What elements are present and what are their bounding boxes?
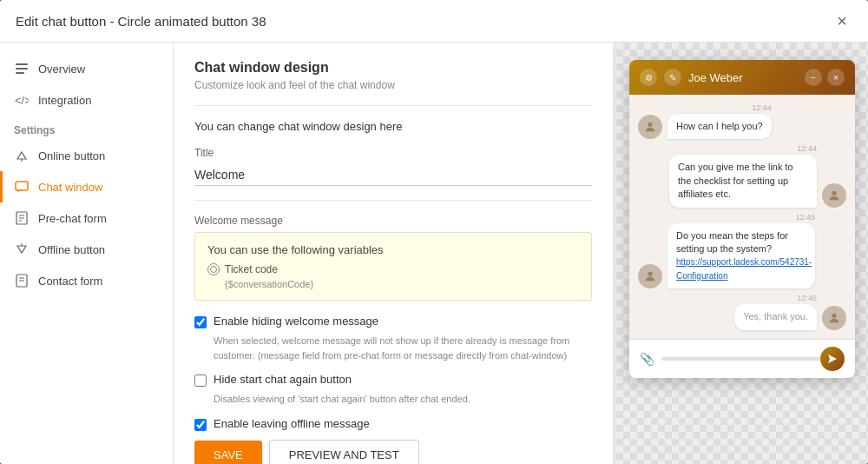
agent-avatar-1 xyxy=(638,115,662,139)
enable-hiding-label: Enable hiding welcome message xyxy=(214,315,378,328)
enable-offline-label: Enable leaving offline message xyxy=(214,417,370,430)
hide-start-checkbox[interactable] xyxy=(194,375,207,387)
divider-2 xyxy=(194,200,592,201)
sidebar-item-online-button[interactable]: Online button xyxy=(0,140,173,171)
message-3-wrap: 12:45 Do you mean the steps for setting … xyxy=(667,213,815,289)
contact-form-icon xyxy=(14,273,30,288)
pencil-icon[interactable]: ✎ xyxy=(664,69,681,86)
enable-hiding-row: Enable hiding welcome message xyxy=(194,315,592,328)
svg-rect-1 xyxy=(16,68,28,70)
variable-code: {$conversationCode} xyxy=(225,279,579,289)
message-2-bubble: Can you give me the link to the checklis… xyxy=(669,155,817,207)
preview-panel: ⚙ ✎ Joe Weber − × xyxy=(616,43,868,464)
sidebar-label-online-button: Online button xyxy=(38,149,105,162)
section-subtitle: Customize look and feel of the chat wind… xyxy=(194,79,592,91)
pre-chat-form-icon xyxy=(14,210,30,226)
enable-offline-row: Enable leaving offline message xyxy=(194,417,592,431)
title-label: Title xyxy=(194,147,592,159)
hide-start-desc: Disables viewing of 'start chat again' b… xyxy=(214,392,592,407)
sidebar-item-overview[interactable]: Overview xyxy=(0,53,173,84)
save-button[interactable]: SAVE xyxy=(194,441,262,465)
section-title: Chat window design xyxy=(194,60,592,76)
svg-rect-2 xyxy=(16,72,24,74)
close-chat-icon[interactable]: × xyxy=(827,69,845,86)
hide-start-label: Hide start chat again button xyxy=(214,373,352,386)
svg-rect-5 xyxy=(16,182,28,190)
svg-point-17 xyxy=(648,272,652,276)
message-1-bubble: How can I help you? xyxy=(667,114,772,139)
overview-icon xyxy=(14,61,30,76)
sidebar-label-offline-button: Offline button xyxy=(38,243,105,256)
message-3-bubble: Do you mean the steps for setting up the… xyxy=(667,223,815,289)
send-button[interactable] xyxy=(820,347,845,371)
gear-icon[interactable]: ⚙ xyxy=(640,69,657,86)
chat-message-1: 12:44 How can I help you? xyxy=(638,103,846,139)
modal-overlay: Edit chat button - Circle animated butto… xyxy=(0,0,868,464)
change-text-group: You can change chat window design here xyxy=(194,120,592,133)
chat-window-icon xyxy=(14,179,30,195)
svg-point-14 xyxy=(211,267,217,273)
welcome-message-label: Welcome message xyxy=(194,215,592,227)
chat-footer: 📎 xyxy=(629,339,855,378)
message-3-time: 12:45 xyxy=(667,213,815,222)
modal-body: Overview </> Integration Settings xyxy=(0,43,868,464)
customer-avatar-1 xyxy=(822,183,846,208)
enable-hiding-desc: When selected, welcome message will not … xyxy=(214,334,592,362)
chat-message-3: 12:45 Do you mean the steps for setting … xyxy=(638,213,846,289)
chat-message-4: 12:46 Yes, thank you. xyxy=(638,294,846,329)
sidebar-item-chat-window[interactable]: Chat window xyxy=(0,171,173,202)
svg-point-18 xyxy=(832,313,836,317)
message-4-bubble: Yes, thank you. xyxy=(734,304,817,329)
message-4-time: 12:46 xyxy=(734,294,817,302)
circle-check-icon xyxy=(207,263,220,275)
agent-avatar-2 xyxy=(638,264,662,288)
chat-header-actions: − × xyxy=(805,69,845,86)
chat-message-2: 12:44 Can you give me the link to the ch… xyxy=(638,144,846,207)
sidebar-label-integration: Integration xyxy=(38,94,91,107)
svg-rect-0 xyxy=(16,63,28,65)
agent-name: Joe Weber xyxy=(688,71,743,84)
variable-item: Ticket code xyxy=(207,263,579,275)
sidebar-item-contact-form[interactable]: Contact form xyxy=(0,265,173,296)
enable-offline-checkbox[interactable] xyxy=(194,419,207,431)
sidebar-label-contact-form: Contact form xyxy=(38,275,102,288)
sidebar: Overview </> Integration Settings xyxy=(0,43,174,464)
minimize-icon[interactable]: − xyxy=(805,69,822,86)
message-2-wrap: 12:44 Can you give me the link to the ch… xyxy=(669,144,817,207)
chat-header: ⚙ ✎ Joe Weber − × xyxy=(629,60,855,95)
sidebar-item-integration[interactable]: </> Integration xyxy=(0,84,173,116)
message-1-time: 12:44 xyxy=(667,103,772,112)
sidebar-label-overview: Overview xyxy=(38,63,85,76)
hide-start-row: Hide start chat again button xyxy=(194,373,592,387)
btn-row: SAVE PREVIEW AND TEST xyxy=(194,436,592,465)
svg-point-15 xyxy=(648,123,652,127)
welcome-message-group: Welcome message You can use the followin… xyxy=(194,215,592,301)
sidebar-label-pre-chat-form: Pre-chat form xyxy=(38,212,107,225)
variable-name: Ticket code xyxy=(225,263,278,275)
online-button-icon xyxy=(14,148,30,163)
attach-icon[interactable]: 📎 xyxy=(640,352,654,366)
close-button[interactable]: × xyxy=(832,10,852,31)
chat-input-bar xyxy=(661,357,820,361)
settings-section-header: Settings xyxy=(0,116,173,140)
message-4-wrap: 12:46 Yes, thank you. xyxy=(734,294,817,329)
chat-header-left: ⚙ ✎ Joe Weber xyxy=(640,69,743,86)
modal: Edit chat button - Circle animated butto… xyxy=(0,0,868,464)
title-group: Title xyxy=(194,147,592,186)
preview-button[interactable]: PREVIEW AND TEST xyxy=(269,440,419,465)
modal-header: Edit chat button - Circle animated butto… xyxy=(0,0,868,43)
modal-title: Edit chat button - Circle animated butto… xyxy=(16,14,266,29)
message-1-wrap: 12:44 How can I help you? xyxy=(667,103,772,139)
info-box: You can use the following variables Tick… xyxy=(194,232,592,301)
enable-hiding-checkbox[interactable] xyxy=(194,316,207,328)
svg-text:</>: </> xyxy=(15,94,29,107)
sidebar-item-offline-button[interactable]: Offline button xyxy=(0,234,173,265)
message-2-time: 12:44 xyxy=(669,144,817,153)
active-indicator xyxy=(0,171,3,202)
message-3-link[interactable]: https://support.ladesk.com/542731-Config… xyxy=(676,257,812,280)
main-content: Chat window design Customize look and fe… xyxy=(174,43,613,464)
sidebar-item-pre-chat-form[interactable]: Pre-chat form xyxy=(0,202,173,234)
title-input[interactable] xyxy=(194,164,592,186)
svg-point-16 xyxy=(832,190,836,195)
divider-1 xyxy=(194,105,592,106)
